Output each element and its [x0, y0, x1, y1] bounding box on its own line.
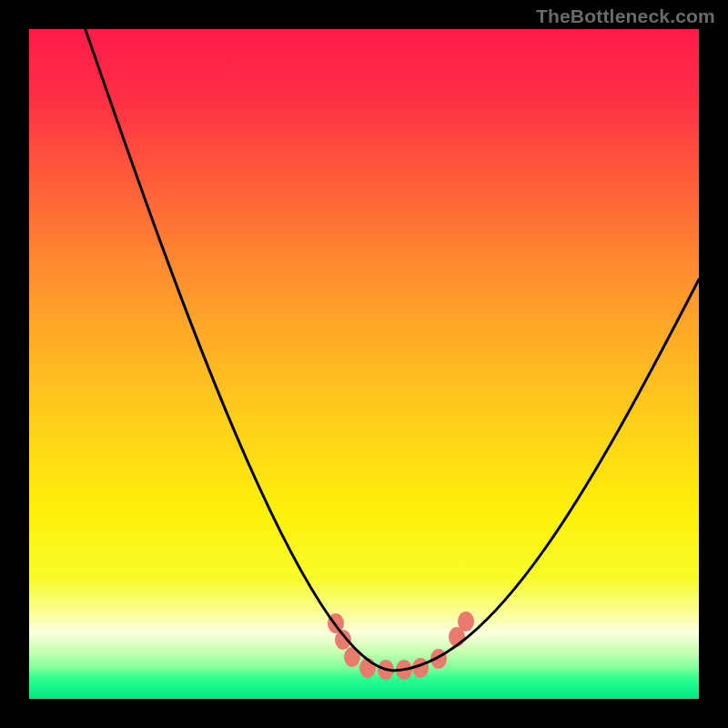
background-gradient: [29, 29, 699, 699]
chart-frame: TheBottleneck.com: [0, 0, 728, 728]
plot-area: [29, 29, 699, 699]
watermark-text: TheBottleneck.com: [536, 5, 715, 27]
svg-rect-0: [29, 29, 699, 699]
